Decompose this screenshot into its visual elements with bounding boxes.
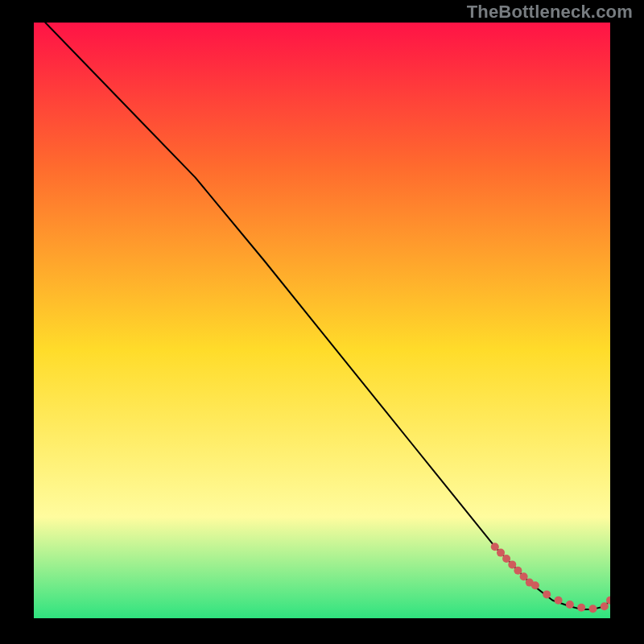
scatter-point (520, 572, 528, 580)
scatter-point (502, 555, 510, 563)
scatter-point (508, 560, 516, 568)
scatter-point (531, 581, 539, 589)
scatter-point (491, 543, 499, 551)
scatter-point (497, 549, 505, 557)
scatter-point (566, 601, 574, 609)
gradient-background (34, 23, 610, 618)
scatter-point (577, 604, 585, 612)
scatter-point (601, 602, 609, 610)
plot-area (34, 23, 610, 618)
chart-stage: TheBottleneck.com (0, 0, 644, 644)
chart-svg (34, 23, 610, 618)
watermark-text: TheBottleneck.com (467, 2, 633, 23)
scatter-point (589, 605, 597, 613)
scatter-point (555, 597, 563, 605)
scatter-point (543, 590, 551, 598)
scatter-point (514, 567, 522, 575)
